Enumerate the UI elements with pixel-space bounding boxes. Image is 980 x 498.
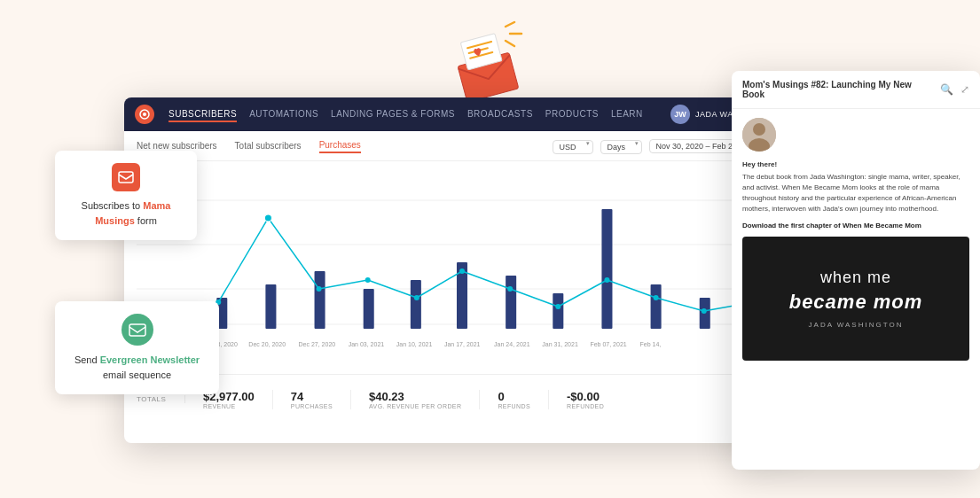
period-filter[interactable]: Days ▾ bbox=[600, 137, 642, 154]
svg-rect-18 bbox=[364, 289, 374, 329]
book-author: JADA WASHINGTON bbox=[809, 321, 904, 329]
total-refunds: 0 REFUNDS bbox=[480, 390, 549, 409]
refunds-key: REFUNDS bbox=[498, 403, 530, 409]
email-sender-avatar bbox=[742, 118, 776, 152]
email-panel-title: Mom's Musings #82: Launching My New Book bbox=[742, 80, 935, 99]
avg-revenue-value: $40.23 bbox=[369, 390, 404, 403]
avatar: JW bbox=[670, 105, 690, 124]
totals-row: TOTALS $2,977.00 REVENUE 74 PURCHASES $4… bbox=[124, 374, 798, 424]
nav-item-landing-pages[interactable]: LANDING PAGES & FORMS bbox=[331, 107, 455, 122]
totals-label: TOTALS bbox=[137, 395, 185, 403]
nav-item-products[interactable]: PRODUCTS bbox=[545, 107, 599, 122]
svg-rect-54 bbox=[119, 172, 133, 183]
svg-text:Jan 10, 2021: Jan 10, 2021 bbox=[396, 341, 433, 347]
nav-logo bbox=[135, 105, 154, 124]
total-avg-revenue: $40.23 AVG. REVENUE PER ORDER bbox=[351, 390, 480, 409]
svg-point-32 bbox=[414, 295, 419, 300]
book-cover: when me became mom JADA WASHINGTON bbox=[742, 237, 969, 361]
send-text: Send Evergreen Newsletter email sequence bbox=[67, 353, 207, 382]
email-panel: Mom's Musings #82: Launching My New Book… bbox=[732, 71, 980, 470]
svg-rect-22 bbox=[553, 293, 563, 329]
email-decoration bbox=[443, 18, 532, 106]
svg-point-29 bbox=[264, 214, 271, 222]
svg-text:Jan 24, 2021: Jan 24, 2021 bbox=[494, 341, 530, 347]
svg-point-33 bbox=[459, 268, 465, 274]
nav-item-broadcasts[interactable]: BROADCASTS bbox=[467, 107, 533, 122]
svg-text:Jan 31, 2021: Jan 31, 2021 bbox=[542, 341, 578, 347]
send-card: Send Evergreen Newsletter email sequence bbox=[55, 301, 219, 394]
svg-text:Dec 27, 2020: Dec 27, 2020 bbox=[298, 341, 335, 347]
svg-point-36 bbox=[604, 277, 609, 283]
email-body: The debut book from Jada Washington: sin… bbox=[732, 172, 980, 222]
refunded-key: REFUNDED bbox=[567, 403, 604, 409]
currency-filter[interactable]: USD ▾ bbox=[553, 137, 593, 154]
subscribe-icon bbox=[112, 163, 140, 191]
chart-area: 800 150 bbox=[124, 161, 798, 374]
search-icon[interactable]: 🔍 bbox=[940, 83, 953, 96]
subscribe-card: Subscribes to Mama Musings form bbox=[55, 151, 197, 240]
purchases-key: PURCHASES bbox=[291, 403, 333, 409]
dashboard-window: SUBSCRIBERS AUTOMATIONS LANDING PAGES & … bbox=[124, 97, 798, 443]
svg-rect-17 bbox=[315, 271, 325, 329]
nav-bar: SUBSCRIBERS AUTOMATIONS LANDING PAGES & … bbox=[124, 97, 798, 131]
svg-rect-19 bbox=[411, 280, 421, 329]
svg-text:Jan 17, 2021: Jan 17, 2021 bbox=[444, 341, 481, 347]
tab-purchases[interactable]: Purchases bbox=[319, 138, 361, 153]
email-panel-icons: 🔍 ⤢ bbox=[940, 83, 969, 96]
svg-text:Dec 20, 2020: Dec 20, 2020 bbox=[248, 341, 286, 347]
svg-line-0 bbox=[506, 22, 514, 27]
email-avatar-row bbox=[732, 109, 980, 160]
revenue-key: REVENUE bbox=[203, 403, 236, 409]
tab-total[interactable]: Total subscribers bbox=[235, 139, 302, 152]
refunded-value: -$0.00 bbox=[567, 390, 600, 403]
svg-point-30 bbox=[317, 286, 322, 292]
svg-rect-23 bbox=[601, 209, 612, 329]
svg-point-52 bbox=[753, 123, 765, 136]
svg-rect-21 bbox=[506, 276, 516, 329]
svg-rect-24 bbox=[651, 284, 662, 329]
refunds-value: 0 bbox=[498, 390, 504, 403]
svg-point-35 bbox=[555, 304, 561, 309]
expand-icon[interactable]: ⤢ bbox=[960, 83, 969, 96]
svg-line-2 bbox=[506, 41, 514, 46]
send-icon bbox=[122, 314, 153, 346]
subscribe-text: Subscribes to Mama Musings form bbox=[67, 198, 184, 228]
email-panel-header: Mom's Musings #82: Launching My New Book… bbox=[732, 71, 980, 109]
book-title-line1: when me bbox=[820, 268, 891, 287]
svg-rect-55 bbox=[129, 324, 145, 336]
svg-point-31 bbox=[365, 277, 371, 283]
purchases-value: 74 bbox=[291, 390, 303, 403]
total-purchases: 74 PURCHASES bbox=[273, 390, 351, 409]
book-title-line2: became mom bbox=[789, 291, 923, 314]
chart-svg: Nov 26, 2020 Dec 13, 2020 Dec 20, 2020 D… bbox=[137, 174, 786, 351]
nav-item-subscribers[interactable]: SUBSCRIBERS bbox=[169, 107, 237, 122]
svg-text:Feb 07, 2021: Feb 07, 2021 bbox=[590, 341, 626, 347]
total-refunded: -$0.00 REFUNDED bbox=[549, 390, 622, 409]
email-greeting: Hey there! bbox=[732, 160, 980, 172]
svg-point-34 bbox=[507, 286, 513, 292]
nav-item-automations[interactable]: AUTOMATIONS bbox=[249, 107, 318, 122]
svg-text:Jan 03, 2021: Jan 03, 2021 bbox=[349, 341, 385, 347]
email-cta: Download the first chapter of When Me Be… bbox=[732, 222, 980, 237]
nav-items: SUBSCRIBERS AUTOMATIONS LANDING PAGES & … bbox=[169, 107, 656, 122]
svg-point-37 bbox=[654, 295, 659, 300]
svg-rect-16 bbox=[265, 284, 276, 329]
nav-item-learn[interactable]: LEARN bbox=[611, 107, 643, 122]
svg-text:Feb 14,: Feb 14, bbox=[640, 341, 662, 347]
avg-revenue-key: AVG. REVENUE PER ORDER bbox=[369, 403, 461, 409]
svg-point-38 bbox=[702, 308, 707, 314]
tabs-row: Net new subscribers Total subscribers Pu… bbox=[124, 131, 798, 161]
svg-point-9 bbox=[143, 113, 146, 116]
